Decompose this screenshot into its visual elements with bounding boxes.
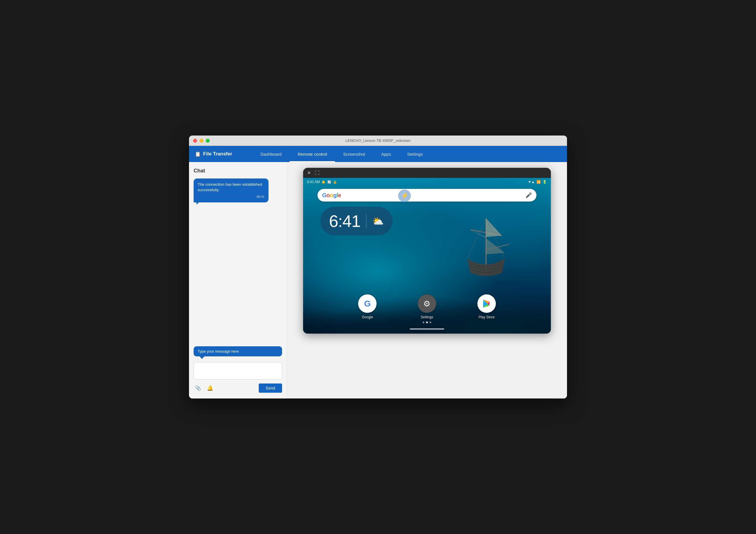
home-bar [410,328,444,329]
brand-logo: 📋 File Transfer [195,151,241,157]
message-tooltip: Type your message here [194,346,282,356]
status-time: 6:41 AM [307,180,320,184]
navbar: 📋 File Transfer Dashboard Remote control… [189,146,567,162]
svg-marker-4 [486,239,505,254]
clock-widget: 6:41 ⛅ [320,207,392,235]
android-screen[interactable]: 6:41 AM 🔔 🔄 🔒 ▼▲ 📶 🔋 [303,178,551,334]
clock-time: 6:41 [329,211,361,231]
google-icon-circle: G [358,295,377,313]
close-button[interactable] [193,139,197,143]
alarm-icon: 🔔 [321,180,326,184]
google-logo: Google [322,192,341,199]
minimize-button[interactable] [200,139,203,143]
tab-dashboard[interactable]: Dashboard [252,146,289,162]
android-statusbar: 6:41 AM 🔔 🔄 🔒 ▼▲ 📶 🔋 [303,178,551,186]
wifi-icon: ▼▲ [528,180,535,184]
app-icon-settings[interactable]: ⚙ Settings [418,295,436,319]
svg-marker-2 [486,218,502,237]
content-area: Chat The connection has been established… [189,162,567,399]
device-expand-btn[interactable]: ⛶ [314,170,320,176]
clock-background: 6:41 ⛅ [320,207,392,235]
weather-icon: ⛅ [372,216,384,227]
playstore-icon-circle [477,295,496,313]
chat-messages: The connection has been established succ… [194,179,282,342]
battery-icon: 🔋 [543,180,547,184]
settings-app-label: Settings [421,315,433,319]
google-search-bar[interactable]: Google 🎤 [317,189,536,202]
settings-icon-circle: ⚙ [418,295,436,313]
message-input[interactable] [194,362,282,379]
google-app-label: Google [362,315,373,319]
chat-panel: Chat The connection has been established… [189,162,287,399]
bubble-time: 06:41 [198,195,264,199]
app-icon-playstore[interactable]: Play Store [477,295,496,319]
playstore-app-label: Play Store [478,315,495,319]
remote-panel: ✕ ⛶ [287,162,567,399]
search-bar-inner[interactable]: Google 🎤 [317,189,536,202]
device-close-btn[interactable]: ✕ [307,170,311,176]
mic-icon[interactable]: 🎤 [526,192,532,198]
brand-name: File Transfer [203,151,232,157]
lock-icon: 🔒 [333,180,337,184]
input-area: Type your message here 📎 🔔 Send [194,342,282,393]
chat-bubble: The connection has been established succ… [194,179,269,202]
nav-dot-3 [430,322,431,323]
quick-settings-pill[interactable]: ⚡ [398,189,411,202]
tab-screenshot[interactable]: Screenshot [335,146,373,162]
window-title: LENOVO_Lenovo TB-X605F_unknown [345,138,411,143]
notify-icon[interactable]: 🔔 [206,384,214,392]
nav-dot-2 [426,322,428,323]
tab-remote-control[interactable]: Remote control [289,146,335,162]
nav-dot-1 [423,322,424,323]
nav-tabs: Dashboard Remote control Screenshot Apps… [252,146,561,162]
input-icon-group: 📎 🔔 [194,384,214,392]
nav-dots [423,322,431,323]
tab-settings[interactable]: Settings [399,146,431,162]
brand-icon: 📋 [195,151,201,157]
app-dock: G Google ⚙ Settings [303,295,551,319]
app-icon-google[interactable]: G Google [358,295,377,319]
chat-title: Chat [194,168,282,174]
input-actions: 📎 🔔 Send [194,383,282,393]
status-icons-right: ▼▲ 📶 🔋 [528,180,547,184]
svg-line-6 [467,218,486,259]
send-button[interactable]: Send [259,383,282,393]
device-titlebar: ✕ ⛶ [303,168,551,178]
titlebar: LENOVO_Lenovo TB-X605F_unknown [189,135,567,146]
attach-icon[interactable]: 📎 [194,384,202,392]
ship-image [459,212,513,293]
quick-pill-button[interactable]: ⚡ [398,189,411,202]
device-frame: ✕ ⛶ [303,168,551,334]
tab-apps[interactable]: Apps [373,146,399,162]
tooltip-text: Type your message here [198,349,239,353]
playstore-svg [481,298,492,309]
sync-icon: 🔄 [327,180,331,184]
app-window: LENOVO_Lenovo TB-X605F_unknown 📋 File Tr… [189,135,567,399]
window-controls [193,139,210,143]
lightning-icon: ⚡ [401,192,409,200]
signal-icon: 📶 [536,180,541,184]
bubble-text: The connection has been established succ… [198,182,262,192]
status-icons-left: 🔔 🔄 🔒 [321,180,337,184]
maximize-button[interactable] [206,139,210,143]
weather-widget: ⛅ [372,216,384,227]
clock-divider [366,214,366,228]
